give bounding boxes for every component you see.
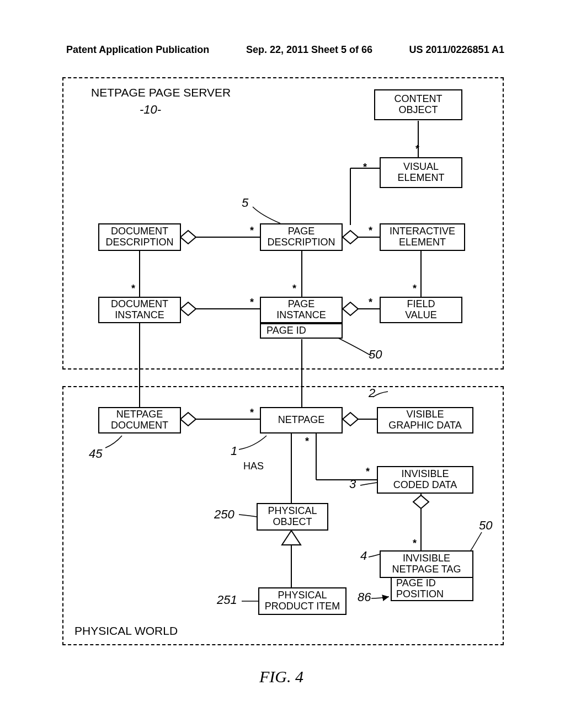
field-value-box: FIELDVALUE: [380, 297, 462, 323]
star: *: [250, 297, 254, 308]
document-description-box: DOCUMENTDESCRIPTION: [98, 223, 181, 251]
ref-251: 251: [217, 593, 237, 607]
page-instance-sub-box: PAGE ID: [260, 323, 343, 339]
diagram-container: NETPAGE PAGE SERVER -10- PHYSICAL WORLD: [62, 77, 504, 656]
invisible-coded-box: INVISIBLECODED DATA: [377, 466, 473, 494]
physical-object-label: PHYSICALOBJECT: [268, 506, 317, 528]
has-label: HAS: [243, 461, 264, 472]
header-right: US 2011/0226851 A1: [409, 44, 504, 56]
physical-product-label: PHYSICALPRODUCT ITEM: [265, 590, 340, 612]
star: *: [413, 538, 417, 549]
page-instance-sub-label: PAGE ID: [266, 325, 306, 336]
field-value-label: FIELDVALUE: [405, 299, 437, 321]
ref-50a: 50: [369, 347, 382, 362]
ref-45: 45: [89, 447, 102, 461]
figure-label: FIG. 4: [259, 667, 303, 686]
content-object-box: CONTENTOBJECT: [374, 89, 462, 120]
physical-product-box: PHYSICALPRODUCT ITEM: [258, 587, 347, 615]
visual-element-box: VISUALELEMENT: [380, 157, 462, 188]
interactive-element-box: INTERACTIVEELEMENT: [380, 223, 465, 251]
visual-element-label: VISUALELEMENT: [397, 162, 444, 184]
header-center: Sep. 22, 2011 Sheet 5 of 66: [246, 44, 372, 56]
ref-50b: 50: [479, 518, 492, 533]
netpage-document-label: NETPAGEDOCUMENT: [111, 409, 168, 431]
header-left: Patent Application Publication: [66, 44, 209, 56]
page-header: Patent Application Publication Sep. 22, …: [0, 44, 565, 56]
ref-3: 3: [349, 477, 356, 491]
physical-object-box: PHYSICALOBJECT: [257, 503, 328, 531]
star: *: [366, 466, 370, 478]
document-instance-box: DOCUMENTINSTANCE: [98, 297, 181, 323]
invisible-coded-label: INVISIBLECODED DATA: [393, 469, 457, 491]
invisible-tag-sub2-label: POSITION: [396, 589, 444, 600]
invisible-tag-sub2-box: POSITION: [391, 589, 473, 601]
star: *: [250, 407, 254, 419]
page-instance-label: PAGEINSTANCE: [276, 299, 326, 321]
ref-250: 250: [214, 507, 234, 522]
invisible-tag-sub1-label: PAGE ID: [396, 578, 436, 589]
document-instance-label: DOCUMENTINSTANCE: [111, 299, 168, 321]
server-title: NETPAGE PAGE SERVER: [91, 86, 231, 99]
ref-5: 5: [242, 196, 248, 210]
netpage-box: NETPAGE: [260, 407, 343, 433]
document-description-label: DOCUMENTDESCRIPTION: [105, 226, 173, 248]
page-description-label: PAGEDESCRIPTION: [267, 226, 335, 248]
visible-graphic-label: VISIBLEGRAPHIC DATA: [388, 409, 461, 431]
content-object-label: CONTENTOBJECT: [395, 94, 443, 116]
star: *: [131, 283, 135, 295]
star: *: [363, 162, 367, 173]
netpage-document-box: NETPAGEDOCUMENT: [98, 407, 181, 433]
ref-4: 4: [360, 549, 367, 563]
page-description-box: PAGEDESCRIPTION: [260, 223, 343, 251]
star: *: [415, 143, 419, 155]
star: *: [305, 436, 309, 447]
physical-world-title: PHYSICAL WORLD: [74, 624, 178, 638]
invisible-tag-label: INVISIBLENETPAGE TAG: [392, 553, 461, 575]
server-ref-10: -10-: [140, 103, 161, 117]
invisible-tag-box: INVISIBLENETPAGE TAG: [380, 550, 473, 578]
ref-1: 1: [231, 444, 237, 458]
interactive-element-label: INTERACTIVEELEMENT: [390, 226, 455, 248]
ref-86: 86: [358, 590, 371, 604]
star: *: [369, 297, 372, 308]
netpage-label: NETPAGE: [278, 415, 325, 426]
page-instance-box: PAGEINSTANCE: [260, 297, 343, 323]
visible-graphic-box: VISIBLEGRAPHIC DATA: [377, 407, 473, 433]
ref-2: 2: [369, 386, 375, 400]
star: *: [292, 283, 296, 295]
star: *: [250, 225, 254, 237]
star: *: [413, 283, 417, 295]
star: *: [369, 225, 372, 237]
